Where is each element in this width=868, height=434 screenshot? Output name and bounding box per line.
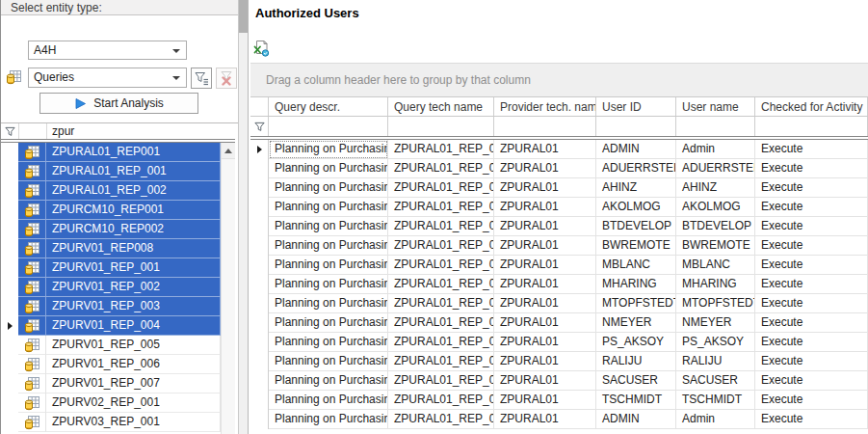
panel-title: Select entity type: [1,0,238,15]
filter-cell[interactable] [269,117,388,136]
table-row[interactable]: Planning on PurchasingZPURAL01_REP_001ZP… [250,178,868,198]
chevron-down-icon [172,49,180,53]
table-row[interactable]: Planning on PurchasingZPURAL01_REP_001ZP… [250,294,868,313]
list-item[interactable]: ZPURV03_REP_001 [1,413,221,432]
filter-cell-icon[interactable] [19,123,47,139]
table-row[interactable]: Planning on PurchasingZPURAL01_REP_001ZP… [250,217,868,236]
table-row[interactable]: Planning on PurchasingZPURAL01_REP_001ZP… [250,333,868,352]
row-indicator-cell [250,159,269,178]
authorized-users-grid: Query descr.Query tech nameProvider tech… [250,96,868,434]
filter-cell[interactable] [388,117,494,136]
query-icon [18,278,46,297]
row-indicator-cell [1,278,18,297]
table-row[interactable]: Planning on PurchasingZPURAL01_REP_001ZP… [250,140,868,159]
table-cell: Planning on Purchasing [269,410,388,429]
table-cell: Execute [755,294,868,313]
column-header-checked-for-activity[interactable]: Checked for Activity [755,97,868,116]
list-item-label: ZPURV01_REP_007 [46,374,221,393]
list-item-label: ZPURV03_REP_001 [46,413,221,432]
filter-cell[interactable] [494,117,596,136]
list-item[interactable]: ZPURV01_REP_006 [1,355,221,374]
list-item[interactable]: ZPURV01_REP008 [1,239,221,258]
table-cell: ZPURAL01_REP_001 [388,198,494,217]
list-item-label: ZPURV01_REP_001 [46,258,221,278]
query-icon [18,220,46,239]
table-row[interactable]: Planning on PurchasingZPURAL01_REP_001ZP… [250,159,868,178]
table-cell: Execute [755,217,868,236]
table-cell: ZPURAL01 [494,236,596,256]
row-indicator-cell [1,258,18,278]
query-icon [18,413,46,432]
list-item[interactable]: ZPURAL01_REP001 [1,143,221,162]
clear-filter-button[interactable] [216,68,237,89]
query-icon [18,297,46,316]
column-header-provider-tech-name[interactable]: Provider tech. name [494,97,596,116]
table-row[interactable]: Planning on PurchasingZPURAL01_REP_001ZP… [250,391,868,410]
start-analysis-button[interactable]: Start Analysis [39,93,198,114]
panel-splitter[interactable] [238,0,249,434]
row-indicator-cell [1,355,18,374]
table-cell: ZPURAL01_REP_001 [388,313,494,333]
table-row[interactable]: Planning on PurchasingZPURAL01_REP_001ZP… [250,275,868,294]
row-indicator-cell [1,374,18,393]
column-header-query-descr-[interactable]: Query descr. [269,97,388,116]
entity-type-value: A4H [34,43,56,57]
scroll-up-button[interactable] [222,143,235,159]
list-item-label: ZPURCM10_REP001 [46,201,221,220]
query-icon [18,393,46,413]
list-item[interactable]: ZPURV01_REP_004 [1,316,221,336]
header-indicator-cell [250,97,269,116]
row-indicator-cell [250,198,269,217]
table-cell: PS_AKSOY [676,333,755,352]
table-cell: BTDEVELOP [676,217,755,236]
export-to-excel-button[interactable] [252,40,270,57]
list-filter-input[interactable]: zpur [47,123,225,139]
column-header-query-tech-name[interactable]: Query tech name [388,97,494,116]
table-cell: ZPURAL01 [494,410,596,429]
list-item[interactable]: ZPURV01_REP_003 [1,297,221,316]
table-row[interactable]: Planning on PurchasingZPURAL01_REP_002ZP… [250,410,868,429]
table-row[interactable]: Planning on PurchasingZPURAL01_REP_001ZP… [250,198,868,217]
list-item[interactable]: ZPURV01_REP_007 [1,374,221,393]
list-item[interactable]: ZPURAL01_REP_001 [1,162,221,181]
list-item[interactable]: ZPURCM10_REP002 [1,220,221,239]
table-cell: Execute [755,391,868,410]
row-indicator-cell [1,201,18,220]
table-cell: Execute [755,198,868,217]
table-cell: ZPURAL01 [494,371,596,391]
list-item[interactable]: ZPURCM10_REP001 [1,201,221,220]
table-cell: Planning on Purchasing [269,198,388,217]
list-scrollbar[interactable] [221,143,235,434]
chevron-down-icon [172,76,180,80]
row-indicator-cell [250,140,269,159]
list-item[interactable]: ZPURAL01_REP_002 [1,181,221,201]
group-by-bar[interactable]: Drag a column header here to group by th… [250,63,868,96]
list-item[interactable]: ZPURV01_REP_005 [1,336,221,355]
filter-cell[interactable] [676,117,755,136]
list-filter-row[interactable]: zpur [1,122,239,139]
filter-cell[interactable] [596,117,676,136]
filter-cell[interactable] [755,117,868,136]
table-row[interactable]: Planning on PurchasingZPURAL01_REP_001ZP… [250,352,868,371]
column-header-user-id[interactable]: User ID [596,97,676,116]
table-cell: ZPURAL01 [494,159,596,178]
list-item[interactable]: ZPURV02_REP_001 [1,393,221,413]
row-indicator-cell [250,410,269,429]
category-dropdown[interactable]: Queries [28,68,187,88]
query-icon [18,355,46,374]
table-cell: NMEYER [596,313,676,333]
list-item[interactable]: ZPURV01_REP_001 [1,258,221,278]
list-item[interactable]: ZPURV01_REP_002 [1,278,221,297]
table-cell: ZPURAL01_REP_001 [388,294,494,313]
table-row[interactable]: Planning on PurchasingZPURAL01_REP_001ZP… [250,371,868,391]
table-row[interactable]: Planning on PurchasingZPURAL01_REP_001ZP… [250,256,868,275]
page-title: Authorized Users [255,6,359,20]
row-indicator-cell [1,162,18,181]
entity-type-dropdown[interactable]: A4H [28,41,187,60]
group-by-hint: Drag a column header here to group by th… [266,73,531,87]
table-row[interactable]: Planning on PurchasingZPURAL01_REP_001ZP… [250,313,868,333]
table-row[interactable]: Planning on PurchasingZPURAL01_REP_001ZP… [250,236,868,256]
table-cell: ZPURAL01 [494,217,596,236]
column-header-user-name[interactable]: User name [676,97,755,116]
filter-button[interactable] [191,68,212,89]
